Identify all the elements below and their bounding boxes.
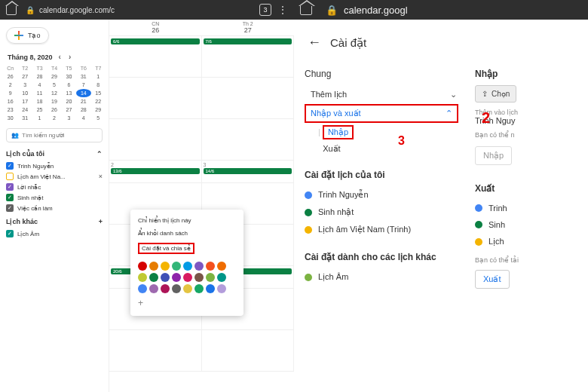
mini-cal-day[interactable]: 17 [17, 97, 32, 106]
calendar-list-item[interactable]: ✓Việc cần làm [3, 203, 106, 213]
checkbox[interactable]: ✓ [6, 162, 14, 170]
checkbox[interactable]: ✓ [6, 194, 14, 201]
import-button[interactable]: Nhập [475, 146, 512, 165]
mini-cal-day[interactable]: 27 [62, 106, 76, 114]
mini-cal-day[interactable]: 13 [62, 89, 76, 97]
home-icon[interactable] [300, 5, 312, 15]
color-swatch[interactable] [172, 284, 181, 293]
submenu-export[interactable]: Xuất [318, 142, 463, 156]
color-swatch[interactable] [217, 262, 226, 271]
target-calendar-name[interactable]: Trinh Nguy [475, 116, 588, 125]
menu-settings-share[interactable]: Cài đặt và chia sẻ [130, 240, 243, 257]
mini-cal-day[interactable]: 24 [17, 106, 32, 114]
color-swatch[interactable] [217, 273, 226, 282]
menu-only-this[interactable]: Chỉ hiển thị lịch này [130, 214, 243, 227]
prev-month[interactable]: ‹ [57, 53, 63, 61]
mini-cal-day[interactable]: 8 [91, 81, 106, 89]
event[interactable]: 6/6 [111, 38, 200, 44]
mini-cal-day[interactable]: 6 [62, 81, 76, 89]
mini-cal-day[interactable]: 29 [47, 72, 61, 81]
color-swatch[interactable] [194, 262, 204, 271]
color-swatch[interactable] [138, 262, 147, 271]
mini-cal-day[interactable]: 14 [76, 89, 90, 97]
mini-cal-day[interactable]: 20 [62, 97, 76, 106]
mini-cal-day[interactable]: 21 [76, 97, 90, 106]
color-swatch[interactable] [149, 273, 158, 282]
mini-cal-day[interactable]: 5 [47, 81, 61, 89]
overflow-icon[interactable]: ⋮ [277, 4, 288, 16]
color-swatch[interactable] [206, 284, 215, 293]
color-swatch[interactable] [161, 273, 170, 282]
color-swatch[interactable] [172, 262, 181, 271]
color-swatch[interactable] [183, 273, 192, 282]
mini-cal-day[interactable]: 29 [91, 106, 106, 114]
mini-cal-day[interactable]: 7 [76, 81, 90, 89]
mini-cal-day[interactable]: 23 [3, 106, 17, 114]
close-icon[interactable]: × [99, 173, 103, 180]
mini-cal-day[interactable]: 9 [3, 89, 17, 97]
mini-cal-day[interactable]: 22 [91, 97, 106, 106]
settings-calendar-item[interactable]: Lịch âm Việt Nam (Trinh) [305, 221, 463, 238]
mini-cal-day[interactable]: 1 [91, 72, 106, 81]
mini-cal-day[interactable]: 12 [47, 89, 61, 97]
back-arrow-icon[interactable]: ← [308, 35, 321, 51]
event[interactable]: 14/6 [204, 168, 292, 174]
mini-cal-day[interactable]: 26 [3, 72, 17, 81]
choose-file-button[interactable]: ⇪Chọn [475, 85, 516, 103]
calendar-list-item[interactable]: ✓Lời nhắc [3, 182, 106, 192]
checkbox[interactable] [6, 173, 14, 180]
mini-cal-day[interactable]: 3 [62, 114, 76, 122]
color-swatch[interactable] [183, 284, 192, 293]
mini-cal-day[interactable]: 4 [76, 114, 90, 122]
url-left[interactable]: calendar.google.com/c [39, 6, 253, 14]
menu-add-calendar[interactable]: Thêm lịch⌄ [305, 85, 463, 104]
settings-calendar-item[interactable]: Lịch Âm [305, 268, 463, 286]
calendar-list-item[interactable]: ✓Lịch Âm [3, 228, 106, 239]
section-general[interactable]: Chung [305, 69, 463, 79]
event[interactable]: 7/6 [204, 38, 292, 44]
color-swatch[interactable] [206, 273, 215, 282]
color-swatch[interactable] [194, 273, 204, 282]
settings-calendar-item[interactable]: Trinh Nguyễn [305, 186, 463, 204]
menu-hide-from-list[interactable]: Ẩn khỏi danh sách [130, 227, 243, 240]
mini-cal-day[interactable]: 3 [17, 81, 32, 89]
color-swatch[interactable] [217, 284, 226, 293]
mini-cal-day[interactable]: 28 [76, 106, 90, 114]
mini-cal-day[interactable]: 30 [3, 114, 17, 122]
color-swatch[interactable] [161, 284, 170, 293]
mini-cal-day[interactable]: 31 [17, 114, 32, 122]
submenu-import[interactable]: Nhập [323, 125, 354, 139]
mini-cal-day[interactable]: 10 [17, 89, 32, 97]
mini-cal-day[interactable]: 28 [32, 72, 47, 81]
mini-cal-day[interactable]: 15 [91, 89, 106, 97]
color-swatch[interactable] [138, 284, 147, 293]
color-swatch[interactable] [194, 284, 204, 293]
checkbox[interactable]: ✓ [6, 183, 14, 191]
mini-cal-day[interactable]: 19 [47, 97, 61, 106]
tab-count[interactable]: 3 [259, 4, 271, 16]
mini-cal-day[interactable]: 30 [62, 72, 76, 81]
calendar-list-item[interactable]: ✓Trinh Nguyễn [3, 161, 106, 171]
mini-cal-day[interactable]: 31 [76, 72, 90, 81]
mini-cal-day[interactable]: 4 [32, 81, 47, 89]
export-button[interactable]: Xuất [475, 270, 510, 289]
event[interactable]: 13/6 [111, 168, 200, 174]
settings-calendar-item[interactable]: Sinh nhật [305, 204, 463, 221]
calendar-list-item[interactable]: Lịch âm Việt Na...× [3, 171, 106, 182]
color-swatch[interactable] [138, 273, 147, 282]
mini-cal-day[interactable]: 16 [3, 97, 17, 106]
add-calendar-icon[interactable]: + [99, 218, 103, 225]
home-icon[interactable] [6, 5, 17, 15]
mini-cal-day[interactable]: 2 [47, 114, 61, 122]
color-swatch[interactable] [183, 262, 192, 271]
create-button[interactable]: Tạo [6, 27, 49, 44]
calendar-grid[interactable]: CN26 Th 227 6/6 7/6 213/6 314/6 20/6 22/ [109, 20, 294, 392]
checkbox[interactable]: ✓ [6, 230, 14, 237]
search-people[interactable]: 👥 Tìm kiếm người [6, 128, 103, 142]
color-swatch[interactable] [172, 273, 181, 282]
add-color-icon[interactable]: + [130, 298, 243, 311]
mini-cal-day[interactable]: 1 [32, 114, 47, 122]
collapse-icon[interactable]: ⌃ [96, 150, 103, 158]
color-swatch[interactable] [149, 284, 158, 293]
menu-import-export[interactable]: Nhập và xuất⌃ [305, 104, 458, 123]
